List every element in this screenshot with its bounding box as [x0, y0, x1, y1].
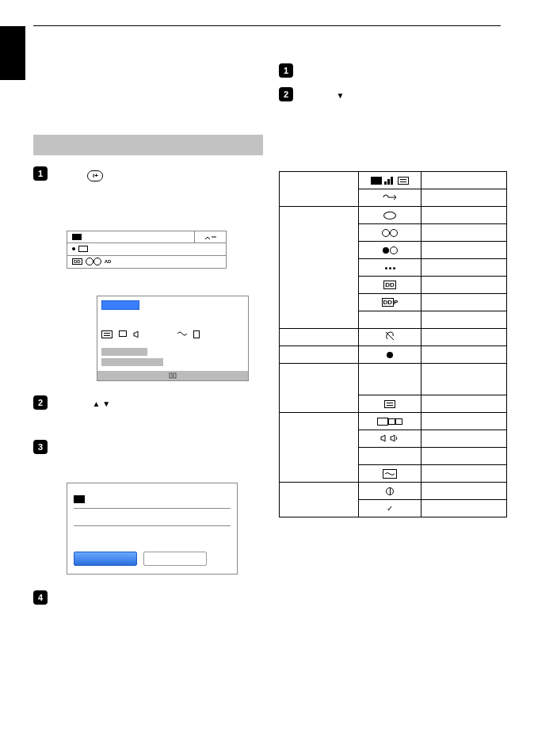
info-strip-diagram: DD AD [67, 231, 227, 269]
strip-right-cell [194, 231, 226, 242]
table-cell [421, 413, 507, 430]
caption-icon [377, 418, 388, 426]
dot-icon [72, 247, 75, 250]
arrow-down-icon: ▼ [336, 91, 344, 100]
solid-rect-icon [371, 177, 382, 185]
dd-p-suffix: P [394, 299, 398, 306]
cc-icon [119, 330, 127, 337]
page-rule [33, 25, 501, 26]
table-cell [358, 395, 421, 413]
table-cell [421, 329, 507, 346]
multi-page-icon [390, 418, 402, 425]
check-icon: ✓ [387, 504, 393, 513]
table-cell [280, 413, 359, 483]
table-cell [421, 364, 507, 395]
table-row [280, 364, 507, 395]
table-row [280, 172, 507, 189]
svg-rect-0 [170, 373, 172, 378]
section-tab [0, 26, 25, 80]
arrow-up-icon: ▲ [92, 399, 100, 408]
right-step-1: 1 [279, 63, 509, 78]
right-step-number-1: 1 [279, 63, 293, 78]
format-solid-icon [74, 495, 85, 503]
table-cell [421, 311, 507, 329]
table-cell [358, 189, 421, 207]
cancel-button[interactable] [143, 552, 207, 566]
ok-button[interactable] [74, 552, 137, 566]
up-down-arrows: ▲ ▼ [92, 399, 110, 408]
table-cell [358, 242, 421, 259]
nav-icon [169, 372, 177, 379]
three-dot-icon [385, 267, 395, 269]
dialog-row-2 [74, 509, 231, 526]
table-cell [280, 207, 359, 329]
table-cell [421, 500, 507, 517]
rect-outline-icon [78, 246, 88, 252]
table-row [280, 346, 507, 364]
table-cell: DD [358, 277, 421, 294]
dialog-row-1 [74, 491, 231, 509]
subtitle-icon [384, 400, 395, 408]
table-cell [421, 448, 507, 465]
table-cell [358, 311, 421, 329]
table-cell [358, 448, 421, 465]
arrow-down-icon: ▼ [102, 399, 110, 408]
dolby-d-icon: DD [383, 281, 396, 289]
table-row [280, 413, 507, 430]
table-cell [358, 346, 421, 364]
dialog-diagram [67, 483, 238, 575]
text-lines-icon [398, 177, 409, 185]
right-step-number-2: 2 [279, 87, 293, 101]
table-cell [358, 364, 421, 395]
table-cell [421, 395, 507, 413]
table-cell [421, 294, 507, 311]
table-cell [421, 224, 507, 242]
mono-icon [383, 212, 396, 220]
table-cell [358, 430, 421, 448]
table-cell [358, 224, 421, 242]
table-cell [358, 207, 421, 224]
step-number-2: 2 [33, 395, 48, 410]
dd-icon: DD [72, 258, 82, 265]
text-icon [101, 330, 113, 338]
guide-text-line-1 [101, 348, 147, 356]
format-icon [72, 234, 82, 240]
table-cell [421, 242, 507, 259]
dual-mono-icon [383, 246, 398, 254]
table-cell: DDP [358, 294, 421, 311]
step-number-3: 3 [33, 440, 48, 454]
table-cell [421, 346, 507, 364]
table-row [280, 483, 507, 500]
table-cell [421, 207, 507, 224]
skip-icon [382, 193, 398, 201]
right-column: 1 2 ▼ [279, 63, 509, 517]
guide-footer [97, 371, 248, 380]
multi-audio-icon [380, 433, 399, 443]
signal-icon [204, 234, 217, 240]
wave-box-icon [383, 469, 397, 479]
table-cell [421, 483, 507, 500]
table-cell [358, 172, 421, 189]
dialog-row-3 [74, 526, 231, 544]
table-row [280, 207, 507, 224]
info-plus-icon: i+ [87, 170, 103, 181]
globe-icon [386, 487, 394, 495]
page-icon [193, 330, 200, 338]
step-number-4: 4 [33, 590, 48, 605]
record-dot-icon [387, 352, 393, 358]
speaker-icon [133, 330, 141, 340]
wave-icon [177, 330, 187, 340]
step-2: 2 ▲ ▼ [33, 395, 260, 410]
table-cell [421, 465, 507, 483]
step-4: 4 [33, 590, 260, 605]
table-cell [280, 346, 359, 364]
left-column: 1 i+ DD AD [33, 135, 260, 605]
table-cell [358, 329, 421, 346]
table-cell [358, 259, 421, 277]
table-cell [421, 430, 507, 448]
table-cell [421, 172, 507, 189]
step-number-1: 1 [33, 166, 48, 181]
table-cell [280, 172, 359, 207]
table-cell [280, 329, 359, 346]
right-step-2: 2 ▼ [279, 87, 509, 101]
